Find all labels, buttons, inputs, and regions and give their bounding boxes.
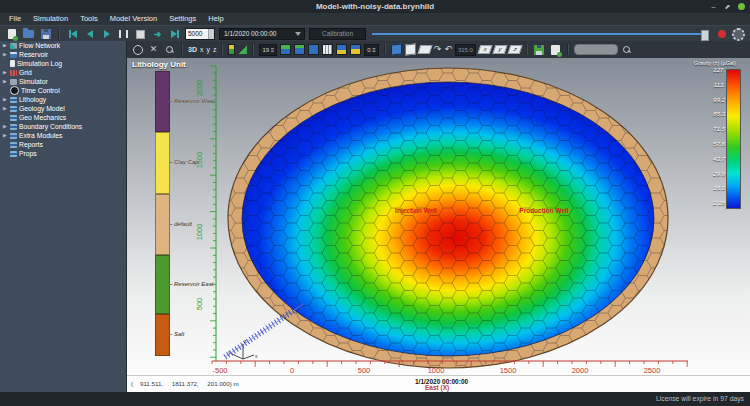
- sidebar-item-props[interactable]: Props: [0, 149, 126, 158]
- iteration-spinbox[interactable]: 5000: [185, 28, 215, 40]
- skip-to-start-icon[interactable]: [66, 28, 79, 40]
- search-icon[interactable]: [621, 44, 634, 56]
- pause-icon[interactable]: [117, 28, 130, 40]
- new-file-icon[interactable]: [5, 28, 18, 40]
- calibration-slider[interactable]: [372, 28, 709, 40]
- expand-arrow-icon[interactable]: ▶: [2, 122, 8, 131]
- grid-surface-icon-2[interactable]: [294, 44, 305, 55]
- rotate-cw-icon[interactable]: ↷: [434, 45, 442, 54]
- plane-x-icon[interactable]: x: [477, 45, 492, 54]
- save-icon[interactable]: [39, 28, 52, 40]
- search-input[interactable]: [574, 44, 618, 55]
- sidebar-item-label: Reports: [19, 141, 43, 148]
- license-status: License will expire in 97 days: [656, 395, 744, 402]
- stop-icon[interactable]: [134, 28, 147, 40]
- layers-icon: [10, 142, 17, 148]
- open-file-icon[interactable]: [22, 28, 35, 40]
- sidebar-item-flow-network[interactable]: ▶Flow Network: [0, 41, 126, 50]
- record-icon[interactable]: [715, 28, 728, 40]
- expand-arrow-icon[interactable]: ▶: [2, 104, 8, 113]
- svg-text:0: 0: [290, 366, 294, 375]
- well-label: Injection Well: [395, 207, 437, 215]
- expand-arrow-icon[interactable]: ▶: [2, 50, 8, 59]
- view-3d-button[interactable]: 3D: [188, 46, 197, 53]
- close-icon[interactable]: [738, 3, 745, 10]
- grid-surface-icon-1[interactable]: [280, 44, 291, 55]
- colorbar-tick: 99.2: [713, 97, 725, 103]
- report-icon[interactable]: [549, 44, 562, 56]
- sidebar-item-lithology[interactable]: ▶Lithology: [0, 95, 126, 104]
- menu-tools[interactable]: Tools: [74, 13, 104, 25]
- clear-selection-icon[interactable]: ✕: [147, 44, 160, 56]
- legend-title: Lithology Unit: [132, 60, 186, 69]
- rotate-ccw-icon[interactable]: ↶: [444, 45, 452, 54]
- sidebar-item-label: Boundary Conditions: [19, 123, 82, 130]
- split-layer-icon-1[interactable]: [336, 44, 347, 55]
- application-window: Model-with-noisy-data.brynhild – ⬈ FileS…: [0, 0, 750, 406]
- skip-to-end-icon[interactable]: [168, 28, 181, 40]
- view-y-button[interactable]: y: [206, 46, 210, 53]
- play-icon[interactable]: [100, 28, 113, 40]
- svg-text:-500: -500: [212, 366, 227, 375]
- simulator-icon: [10, 79, 17, 85]
- dark-layer-badge[interactable]: 0 ≡: [364, 44, 379, 56]
- sidebar-item-label: Reservoir: [19, 51, 48, 58]
- step-forward-icon[interactable]: ➜: [151, 28, 164, 40]
- menu-settings[interactable]: Settings: [163, 13, 202, 25]
- 3d-viewport[interactable]: z y x 200015001000500 -50005001000150020…: [127, 58, 750, 392]
- sidebar-item-simulation-log[interactable]: Simulation Log: [0, 59, 126, 68]
- plane-y-icon[interactable]: y: [492, 45, 507, 54]
- sidebar-item-geology-model[interactable]: ▶Geology Model: [0, 104, 126, 113]
- log-icon: [10, 60, 15, 67]
- layer-count-badge[interactable]: 19 ≡: [259, 44, 277, 56]
- colorbar-tick: 2.18: [713, 200, 725, 206]
- sidebar-item-boundary-conditions[interactable]: ▶Boundary Conditions: [0, 122, 126, 131]
- scene-canvas[interactable]: z y x 200015001000500 -50005001000150020…: [127, 58, 750, 376]
- orbit-icon[interactable]: [131, 44, 144, 56]
- menu-help[interactable]: Help: [202, 13, 229, 25]
- split-layer-icon-2[interactable]: [350, 44, 361, 55]
- expand-arrow-icon[interactable]: ▶: [2, 77, 8, 86]
- menu-file[interactable]: File: [3, 13, 27, 25]
- minimize-icon[interactable]: –: [710, 3, 717, 10]
- sidebar-item-reservoir[interactable]: ▶Reservoir: [0, 50, 126, 59]
- zoom-region-icon[interactable]: [163, 44, 176, 56]
- sidebar-item-grid[interactable]: ▶Grid: [0, 68, 126, 77]
- sidebar-item-reports[interactable]: Reports: [0, 140, 126, 149]
- expand-arrow-icon[interactable]: ▶: [2, 95, 8, 104]
- menu-simulation[interactable]: Simulation: [27, 13, 74, 25]
- settings-gear-icon[interactable]: [732, 28, 745, 40]
- sidebar-item-simulator[interactable]: ▶Simulator: [0, 77, 126, 86]
- sidebar-item-label: Geo Mechanics: [19, 114, 66, 121]
- step-back-icon[interactable]: [83, 28, 96, 40]
- view-z-button[interactable]: z: [213, 46, 217, 53]
- maximize-icon[interactable]: ⬈: [724, 3, 731, 10]
- sidebar-item-extra-modules[interactable]: ▶Extra Modules: [0, 131, 126, 140]
- colorbar-tick: 85.3: [713, 111, 725, 117]
- calibration-button[interactable]: Calibration: [309, 28, 366, 40]
- cube-white-icon[interactable]: [405, 43, 416, 55]
- wireframe-icon[interactable]: [322, 44, 333, 55]
- vector-arrow-icon[interactable]: [238, 45, 247, 54]
- slider-handle[interactable]: [701, 30, 709, 41]
- view-x-button[interactable]: x: [200, 46, 204, 53]
- rotation-angle-field[interactable]: 315.0: [455, 44, 476, 56]
- sidebar-item-label: Props: [19, 150, 37, 157]
- color-scale-icon[interactable]: [228, 44, 235, 55]
- cube-blue-icon[interactable]: [391, 43, 402, 55]
- save-view-icon[interactable]: [533, 44, 546, 56]
- sidebar-item-geo-mechanics[interactable]: Geo Mechanics: [0, 113, 126, 122]
- expand-arrow-icon[interactable]: ▶: [2, 131, 8, 140]
- grid-icon: [10, 70, 17, 76]
- sidebar-item-time-control[interactable]: Time Control: [0, 86, 126, 95]
- expand-arrow-icon[interactable]: ▶: [2, 68, 8, 77]
- plane-z-icon[interactable]: z: [507, 45, 522, 54]
- solid-fill-icon[interactable]: [308, 44, 319, 55]
- viewport-status-strip: ( 911.511, 1811.372, 201.000) m East (X)…: [127, 375, 750, 392]
- plane-icon[interactable]: [417, 45, 432, 54]
- datetime-dropdown[interactable]: 1/1/2020 00:00:00: [219, 28, 305, 40]
- expand-arrow-icon[interactable]: ▶: [2, 41, 8, 50]
- colorbar-tick: 43.7: [713, 156, 725, 162]
- svg-text:1000: 1000: [195, 224, 204, 241]
- menu-model-version[interactable]: Model Version: [104, 13, 164, 25]
